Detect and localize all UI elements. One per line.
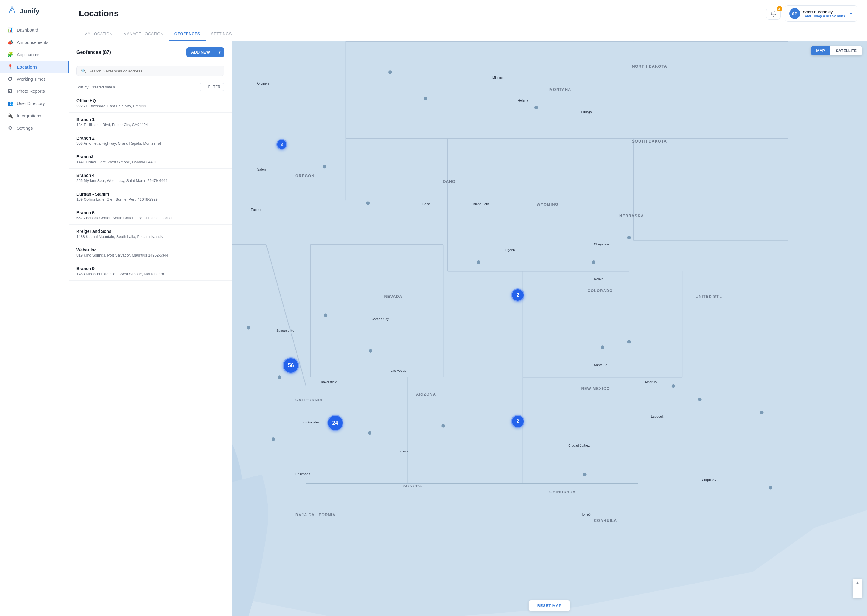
photo-reports-icon: 🖼 (7, 88, 13, 94)
location-name: Branch 2 (76, 136, 224, 140)
list-item[interactable]: Branch 6 657 Zboncak Center, South Darie… (69, 206, 232, 225)
svg-point-43 (672, 384, 675, 388)
notification-button[interactable]: 3 (766, 8, 780, 20)
sidebar-item-label: Locations (17, 64, 37, 69)
list-item[interactable]: Branch3 1441 Fisher Light, West Simone, … (69, 150, 232, 169)
svg-point-41 (441, 424, 445, 428)
svg-marker-2 (232, 41, 867, 616)
sort-label[interactable]: Sort by: Created date ▾ (76, 85, 115, 90)
applications-icon: 🧩 (7, 52, 13, 57)
sidebar-item-photo-reports[interactable]: 🖼 Photo Reports (0, 85, 69, 97)
sidebar-item-integrations[interactable]: 🔌 Intergrations (0, 110, 69, 122)
list-item[interactable]: Durgan - Stamm 189 Collins Lane, Glen Bu… (69, 187, 232, 206)
map-cluster-c2[interactable]: 2 (511, 288, 525, 302)
list-item[interactable]: Branch 2 308 Antonietta Highway, Grand R… (69, 132, 232, 150)
tab-geofences[interactable]: GEOFENCES (169, 27, 206, 41)
chevron-down-icon: ▼ (849, 11, 853, 16)
location-address: 1463 Missouri Extension, West Simone, Mo… (76, 272, 224, 276)
location-address: 1441 Fisher Light, West Simone, Canada 3… (76, 160, 224, 164)
svg-point-0 (11, 6, 13, 8)
tabs-bar: MY LOCATIONMANAGE LOCATIONGEOFENCESSETTI… (69, 27, 867, 41)
sidebar-item-applications[interactable]: 🧩 Applications (0, 49, 69, 61)
list-item[interactable]: Office HQ 2225 E Bayshore, East Palo Alt… (69, 94, 232, 113)
tab-my-location[interactable]: MY LOCATION (79, 27, 118, 41)
announcements-icon: 📣 (7, 39, 13, 45)
main-content: Locations 3 SP Scott E Parmley Total Tod… (69, 0, 867, 616)
user-info[interactable]: SP Scott E Parmley Total Today 4 hrs 52 … (785, 5, 858, 22)
location-name: Branch 4 (76, 173, 224, 178)
location-address: 308 Antonietta Highway, Grand Rapids, Mo… (76, 141, 224, 146)
sidebar-item-label: Announcements (17, 40, 49, 45)
user-name: Scott E Parmley (803, 9, 845, 14)
location-address: 2225 E Bayshore, East Palo Alto, CA 9333… (76, 104, 224, 108)
notification-badge: 3 (777, 6, 782, 11)
location-name: Weber Inc (76, 248, 224, 252)
sidebar-item-label: User Directory (17, 101, 45, 106)
search-icon: 🔍 (81, 69, 86, 73)
list-item[interactable]: Kreiger and Sons 1488 Kuphal Mountain, S… (69, 225, 232, 244)
sidebar-item-label: Photo Reports (17, 89, 45, 94)
reset-map-button[interactable]: RESET MAP (529, 600, 570, 611)
svg-point-46 (583, 473, 587, 476)
location-name: Branch 1 (76, 117, 224, 122)
svg-point-40 (271, 437, 275, 441)
list-item[interactable]: Weber Inc 819 King Springs, Port Salvado… (69, 244, 232, 262)
location-address: 189 Collins Lane, Glen Burnie, Peru 4164… (76, 197, 224, 201)
location-address: 819 King Springs, Port Salvador, Mauriti… (76, 253, 224, 258)
avatar: SP (789, 8, 800, 19)
header: Locations 3 SP Scott E Parmley Total Tod… (69, 0, 867, 27)
tab-manage-location[interactable]: MANAGE LOCATION (118, 27, 169, 41)
map-area: MONTANAIDAHOWYOMINGOREGONNEVADACOLORADOC… (232, 41, 867, 616)
sidebar-item-dashboard[interactable]: 📊 Dashboard (0, 24, 69, 36)
svg-point-30 (366, 201, 370, 205)
list-item[interactable]: Branch 1 134 E Hillsdale Blvd, Foster Ci… (69, 113, 232, 132)
svg-point-39 (627, 340, 631, 344)
logo-text: Junify (20, 7, 39, 15)
satellite-view-button[interactable]: SATELLITE (830, 46, 862, 55)
location-name: Branch 6 (76, 210, 224, 215)
user-details: Scott E Parmley Total Today 4 hrs 52 min… (803, 9, 845, 18)
sidebar-item-announcements[interactable]: 📣 Announcements (0, 36, 69, 49)
tab-settings[interactable]: SETTINGS (206, 27, 237, 41)
map-cluster-c4[interactable]: 24 (327, 415, 344, 431)
map-zoom-controls: + − (853, 579, 862, 598)
zoom-out-button[interactable]: − (853, 588, 862, 598)
location-address: 134 E Hillsdale Blvd, Foster City, CA944… (76, 123, 224, 127)
sort-filter-row: Sort by: Created date ▾ ⊞ FILTER (69, 80, 232, 94)
zoom-in-button[interactable]: + (853, 579, 862, 588)
sidebar-item-label: Intergrations (17, 113, 41, 118)
panel-header: Geofences (87) ADD NEW ▼ (69, 41, 232, 62)
location-address: 265 Myriam Spur, West Lucy, Saint Martin… (76, 179, 224, 183)
map-cluster-c1[interactable]: 3 (276, 139, 287, 150)
sidebar-item-user-directory[interactable]: 👥 User Directory (0, 97, 69, 110)
add-new-caret-icon: ▼ (214, 48, 224, 57)
svg-point-37 (369, 349, 372, 352)
sidebar: Junify 📊 Dashboard📣 Announcements🧩 Appli… (0, 0, 69, 616)
svg-point-38 (601, 345, 604, 349)
sidebar-item-working-times[interactable]: ⏱ Working Times (0, 73, 69, 85)
add-new-button[interactable]: ADD NEW ▼ (186, 47, 224, 57)
header-right: 3 SP Scott E Parmley Total Today 4 hrs 5… (766, 5, 858, 22)
working-times-icon: ⏱ (7, 76, 13, 82)
left-panel: Geofences (87) ADD NEW ▼ 🔍 Sort by: Crea… (69, 41, 232, 616)
list-item[interactable]: Branch 9 1463 Missouri Extension, West S… (69, 262, 232, 281)
svg-point-42 (368, 431, 372, 435)
integrations-icon: 🔌 (7, 113, 13, 118)
svg-point-35 (627, 236, 631, 239)
svg-point-44 (698, 398, 702, 401)
location-name: Branch 9 (76, 266, 224, 271)
map-view-button[interactable]: MAP (811, 46, 830, 55)
location-name: Durgan - Stamm (76, 192, 224, 196)
map-cluster-c3[interactable]: 56 (283, 357, 299, 374)
list-item[interactable]: Branch 4 265 Myriam Spur, West Lucy, Sai… (69, 169, 232, 187)
svg-point-36 (277, 376, 281, 379)
search-input[interactable] (88, 69, 220, 73)
sidebar-item-settings[interactable]: ⚙ Settings (0, 122, 69, 134)
svg-point-47 (769, 486, 772, 490)
filter-button[interactable]: ⊞ FILTER (200, 83, 224, 91)
nav-items: 📊 Dashboard📣 Announcements🧩 Applications… (0, 24, 69, 134)
sidebar-item-locations[interactable]: 📍 Locations (0, 61, 69, 73)
page-title: Locations (79, 9, 118, 18)
logo-area: Junify (0, 5, 69, 24)
logo-icon (7, 5, 17, 17)
